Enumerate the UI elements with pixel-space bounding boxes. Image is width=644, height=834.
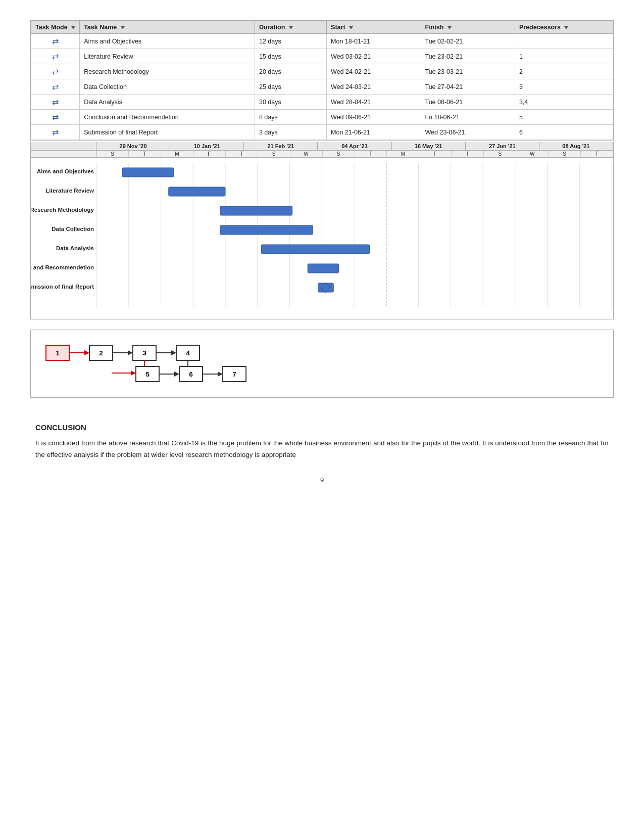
gantt-task-label: Data Analysis xyxy=(56,245,94,251)
nd-label-1: 1 xyxy=(56,349,59,357)
pred-cell: 1 xyxy=(515,49,613,64)
col-finish[interactable]: Finish xyxy=(421,21,515,34)
duration-cell: 25 days xyxy=(255,79,326,95)
duration-cell: 3 days xyxy=(255,125,326,140)
gantt-week-cell: W xyxy=(516,151,549,157)
gantt-week-cell: S xyxy=(258,151,290,157)
gantt-bars-svg: Aims and ObjectivesLiterature ReviewRese… xyxy=(31,163,613,312)
pred-cell xyxy=(515,34,613,49)
finish-cell: Tue 27-04-21 xyxy=(421,79,515,95)
gantt-week-cell: W xyxy=(290,151,323,157)
gantt-week-cell: S xyxy=(96,151,129,157)
table-row: ⇄ Data Analysis 30 days Wed 28-04-21 Tue… xyxy=(31,95,613,110)
start-cell: Mon 21-06-21 xyxy=(327,125,421,140)
task-mode-cell: ⇄ xyxy=(31,49,80,64)
gantt-body: Aims and ObjectivesLiterature ReviewRese… xyxy=(31,158,613,319)
start-cell: Wed 03-02-21 xyxy=(327,49,421,64)
sort-arrow-predecessors[interactable] xyxy=(564,26,568,29)
gantt-bar xyxy=(308,264,338,273)
nd-label-4: 4 xyxy=(186,349,190,357)
task-mode-cell: ⇄ xyxy=(31,64,80,79)
task-mode-icon: ⇄ xyxy=(52,127,59,137)
gantt-week-cell: F xyxy=(193,151,226,157)
task-mode-icon: ⇄ xyxy=(52,67,59,76)
gantt-month-label: 21 Feb '21 xyxy=(244,142,318,150)
nd-label-6: 6 xyxy=(189,370,192,378)
gantt-week-cell: T xyxy=(581,151,613,157)
gantt-bar xyxy=(261,245,369,254)
task-mode-icon: ⇄ xyxy=(52,112,59,122)
start-cell: Wed 09-06-21 xyxy=(327,110,421,125)
duration-cell: 8 days xyxy=(255,110,326,125)
task-mode-icon: ⇄ xyxy=(52,97,59,107)
gantt-week-cell: T xyxy=(129,151,161,157)
task-mode-cell: ⇄ xyxy=(31,79,80,95)
finish-cell: Wed 23-06-21 xyxy=(421,125,515,140)
gantt-chart-section: 29 Nov '2010 Jan '2121 Feb '2104 Apr '21… xyxy=(30,142,614,319)
nd-arrowhead-3-4 xyxy=(171,350,176,355)
sort-arrow-start[interactable] xyxy=(349,26,353,29)
gantt-week-cells: STMFTSWSTMFTSWST xyxy=(96,151,613,157)
conclusion-text: It is concluded from the above research … xyxy=(35,438,609,461)
gantt-week-cell: S xyxy=(549,151,581,157)
conclusion-title: CONCLUSION xyxy=(35,423,609,432)
finish-cell: Tue 23-03-21 xyxy=(421,64,515,79)
task-mode-icon: ⇄ xyxy=(52,52,59,61)
table-row: ⇄ Literature Review 15 days Wed 03-02-21… xyxy=(31,49,613,64)
page-number: 9 xyxy=(30,476,614,484)
gantt-month-label: 29 Nov '20 xyxy=(96,142,170,150)
col-start[interactable]: Start xyxy=(327,21,421,34)
conclusion-section: CONCLUSION It is concluded from the abov… xyxy=(30,423,614,461)
pred-cell: 3 xyxy=(515,79,613,95)
finish-cell: Fri 18-06-21 xyxy=(421,110,515,125)
nd-label-2: 2 xyxy=(99,349,103,357)
nd-arrowhead-to5 xyxy=(131,370,136,376)
col-duration[interactable]: Duration xyxy=(255,21,326,34)
gantt-task-label: Research Methodology xyxy=(31,207,94,213)
gantt-month-label: 27 Jun '21 xyxy=(466,142,539,150)
sort-arrow-task-mode[interactable] xyxy=(71,26,75,29)
gantt-task-label: Data Collection xyxy=(52,226,94,232)
gantt-date-headers: 29 Nov '2010 Jan '2121 Feb '2104 Apr '21… xyxy=(96,142,613,150)
start-cell: Wed 24-02-21 xyxy=(327,64,421,79)
sort-arrow-task-name[interactable] xyxy=(121,26,125,29)
task-mode-icon: ⇄ xyxy=(52,82,59,91)
nd-label-5: 5 xyxy=(145,370,149,378)
duration-cell: 20 days xyxy=(255,64,326,79)
gantt-week-cell: S xyxy=(484,151,516,157)
task-mode-icon: ⇄ xyxy=(52,36,59,46)
table-row: ⇄ Data Collection 25 days Wed 24-03-21 T… xyxy=(31,79,613,95)
start-cell: Wed 28-04-21 xyxy=(327,95,421,110)
table-row: ⇄ Conclusion and Recommendetion 8 days W… xyxy=(31,110,613,125)
table-row: ⇄ Aims and Objectives 12 days Mon 18-01-… xyxy=(31,34,613,49)
gantt-week-cell: S xyxy=(323,151,355,157)
task-mode-cell: ⇄ xyxy=(31,95,80,110)
gantt-month-header: 29 Nov '2010 Jan '2121 Feb '2104 Apr '21… xyxy=(31,142,613,151)
gantt-task-label: Aims and Objectives xyxy=(37,168,94,174)
gantt-month-label: 04 Apr '21 xyxy=(318,142,391,150)
start-cell: Wed 24-03-21 xyxy=(327,79,421,95)
gantt-month-label: 10 Jan '21 xyxy=(170,142,244,150)
task-name-cell: Aims and Objectives xyxy=(80,34,255,49)
sort-arrow-finish[interactable] xyxy=(448,26,452,29)
nd-arrowhead-1-2 xyxy=(84,350,89,355)
pred-cell: 2 xyxy=(515,64,613,79)
gantt-week-row: STMFTSWSTMFTSWST xyxy=(31,151,613,158)
gantt-month-label: 08 Aug '21 xyxy=(539,142,613,150)
sort-arrow-duration[interactable] xyxy=(289,26,293,29)
task-name-cell: Data Analysis xyxy=(80,95,255,110)
col-task-name[interactable]: Task Name xyxy=(80,21,255,34)
finish-cell: Tue 08-06-21 xyxy=(421,95,515,110)
pred-cell: 3,4 xyxy=(515,95,613,110)
gantt-week-cell: T xyxy=(355,151,387,157)
gantt-task-label: Submission of final Report xyxy=(31,284,94,290)
task-name-cell: Literature Review xyxy=(80,49,255,64)
gantt-table: Task Mode Task Name Duration Start Finis… xyxy=(31,21,613,140)
nd-label-3: 3 xyxy=(142,349,146,357)
col-task-mode[interactable]: Task Mode xyxy=(31,21,80,34)
nd-arrowhead-2-3 xyxy=(128,350,133,355)
gantt-week-cell: F xyxy=(419,151,452,157)
gantt-bar xyxy=(220,206,292,215)
task-name-cell: Submission of final Report xyxy=(80,125,255,140)
col-predecessors[interactable]: Predecessors xyxy=(515,21,613,34)
